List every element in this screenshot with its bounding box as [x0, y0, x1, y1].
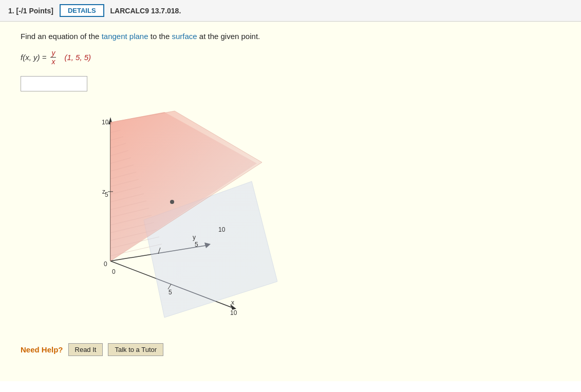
fraction: y x: [50, 49, 56, 66]
read-it-button[interactable]: Read It: [68, 343, 103, 356]
function-label: f(x, y) =: [21, 53, 46, 62]
content-area: Find an equation of the tangent plane to…: [0, 22, 581, 381]
y-tick-10: 10: [218, 226, 226, 233]
fraction-numerator: y: [50, 49, 56, 58]
problem-code: LARCALC9 13.7.018.: [110, 7, 181, 15]
point-dot: [170, 200, 174, 204]
z-tick-5: 5: [105, 191, 108, 198]
y-label: y: [193, 234, 196, 241]
need-help-label: Need Help?: [21, 345, 63, 354]
origin-label-2: 0: [112, 268, 116, 275]
problem-instruction: Find an equation of the tangent plane to…: [21, 32, 560, 41]
talk-to-tutor-button[interactable]: Talk to a Tutor: [108, 343, 163, 356]
fraction-denominator: x: [50, 58, 56, 66]
z-tick-10: 10: [102, 119, 109, 126]
problem-number: 1. [-/1 Points]: [8, 7, 53, 15]
graph-container: 10 z 5 5 x 10 y 5 10 0 0: [62, 102, 277, 338]
y-tick-5: 5: [195, 241, 198, 248]
x-tick-10: 10: [230, 309, 237, 316]
answer-input-box[interactable]: [21, 76, 87, 91]
x-label: x: [231, 299, 234, 306]
answer-field[interactable]: [21, 77, 87, 91]
need-help-section: Need Help? Read It Talk to a Tutor: [21, 343, 560, 356]
3d-graph: 10 z 5 5 x 10 y 5 10 0 0: [62, 102, 277, 338]
header-bar: 1. [-/1 Points] DETAILS LARCALC9 13.7.01…: [0, 0, 581, 22]
point-label: (1, 5, 5): [64, 53, 91, 62]
page-container: 1. [-/1 Points] DETAILS LARCALC9 13.7.01…: [0, 0, 581, 392]
x-tick-5: 5: [168, 289, 172, 296]
origin-label-1: 0: [104, 260, 107, 268]
equation-line: f(x, y) = y x (1, 5, 5): [21, 49, 560, 66]
details-tab[interactable]: DETAILS: [60, 4, 104, 17]
